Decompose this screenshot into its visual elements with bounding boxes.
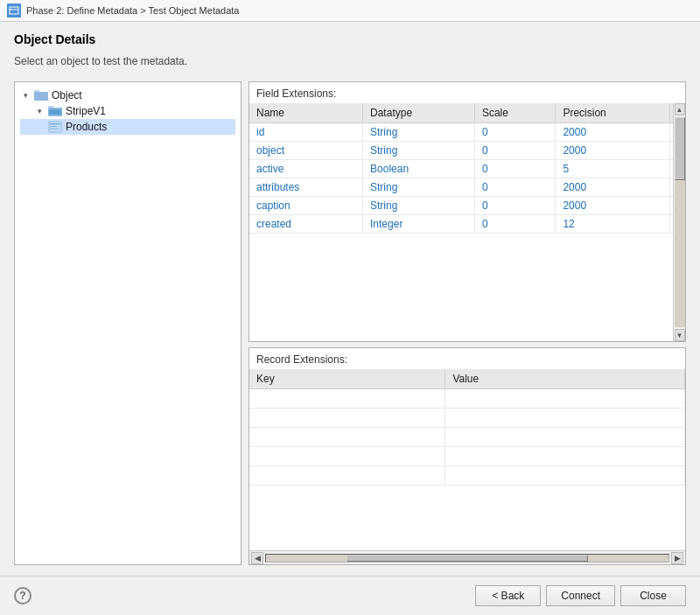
vertical-scrollbar[interactable]: ▲ ▼ — [673, 103, 685, 341]
object-icon-products — [48, 121, 62, 133]
title-text: Phase 2: Define Metadata > Test Object M… — [26, 5, 239, 16]
close-button[interactable]: Close — [620, 585, 686, 606]
table-row: idString02000 — [249, 123, 685, 142]
folder-icon-object — [34, 89, 48, 101]
connect-button[interactable]: Connect — [546, 585, 615, 606]
col-scale: Scale — [474, 103, 556, 123]
col-value: Value — [445, 369, 685, 389]
tree-item-object[interactable]: ▾ Object — [20, 87, 235, 103]
field-extensions-title: Field Extensions: — [249, 82, 685, 103]
split-panel: ▾ Object ▾ StripeV1 — [14, 81, 686, 565]
tree-item-stripev1[interactable]: ▾ StripeV1 — [20, 103, 235, 119]
record-extensions-table-wrapper[interactable]: Key Value — [249, 369, 685, 550]
tree-label-products: Products — [66, 121, 107, 133]
table-row — [249, 409, 685, 428]
h-scroll-track[interactable] — [265, 554, 669, 563]
main-content: Object Details Select an object to test … — [0, 22, 700, 576]
tree-label-stripev1: StripeV1 — [66, 105, 106, 117]
scroll-thumb-field[interactable] — [675, 117, 685, 180]
tree-item-products[interactable]: Products — [20, 119, 235, 135]
expand-icon-stripev1: ▾ — [34, 106, 45, 116]
back-button[interactable]: < Back — [475, 585, 541, 606]
title-bar: Phase 2: Define Metadata > Test Object M… — [0, 0, 700, 22]
tree-panel: ▾ Object ▾ StripeV1 — [14, 81, 242, 565]
record-extensions-title: Record Extensions: — [249, 348, 685, 369]
svg-rect-14 — [50, 126, 57, 127]
col-name: Name — [249, 103, 363, 123]
tree-label-object: Object — [52, 89, 82, 101]
scroll-right-arrow[interactable]: ▶ — [671, 552, 683, 564]
expand-icon-object: ▾ — [20, 90, 31, 101]
table-row: activeBoolean05 — [249, 160, 685, 178]
table-row: objectString02000 — [249, 142, 685, 160]
field-extensions-table: Name Datatype Scale Precision idString02… — [249, 103, 685, 234]
page-title: Object Details — [14, 32, 686, 46]
folder-icon-stripev1 — [48, 105, 62, 117]
title-icon — [7, 3, 21, 17]
table-row — [249, 466, 685, 486]
bottom-left: ? — [14, 587, 32, 605]
svg-rect-15 — [50, 129, 59, 129]
table-row — [249, 428, 685, 447]
scroll-down-arrow[interactable]: ▼ — [675, 329, 685, 341]
field-extensions-table-wrapper[interactable]: Name Datatype Scale Precision idString02… — [249, 103, 685, 341]
table-row — [249, 447, 685, 466]
field-extensions-panel: Field Extensions: Name Datatype Scale Pr… — [248, 81, 686, 342]
record-extensions-panel: Record Extensions: Key Value — [248, 347, 686, 565]
table-row: captionString02000 — [249, 197, 685, 215]
help-button[interactable]: ? — [14, 587, 32, 605]
svg-rect-6 — [34, 92, 48, 100]
svg-rect-13 — [50, 123, 60, 125]
record-extensions-table: Key Value — [249, 369, 685, 486]
right-panel: Field Extensions: Name Datatype Scale Pr… — [248, 81, 686, 565]
svg-rect-10 — [49, 109, 61, 115]
scroll-left-arrow[interactable]: ◀ — [251, 552, 263, 564]
table-row: createdInteger012 — [249, 215, 685, 234]
h-scroll-thumb[interactable] — [346, 555, 588, 562]
col-datatype: Datatype — [363, 103, 475, 123]
table-row: attributesString02000 — [249, 178, 685, 197]
bottom-buttons: < Back Connect Close — [475, 585, 686, 606]
table-row — [249, 389, 685, 409]
scroll-up-arrow[interactable]: ▲ — [675, 103, 685, 115]
col-precision: Precision — [556, 103, 670, 123]
bottom-section: ? < Back Connect Close — [0, 576, 700, 615]
horizontal-scrollbar[interactable]: ◀ ▶ — [249, 550, 685, 564]
page-subtitle: Select an object to test the metadata. — [14, 55, 686, 67]
col-key: Key — [249, 369, 445, 389]
